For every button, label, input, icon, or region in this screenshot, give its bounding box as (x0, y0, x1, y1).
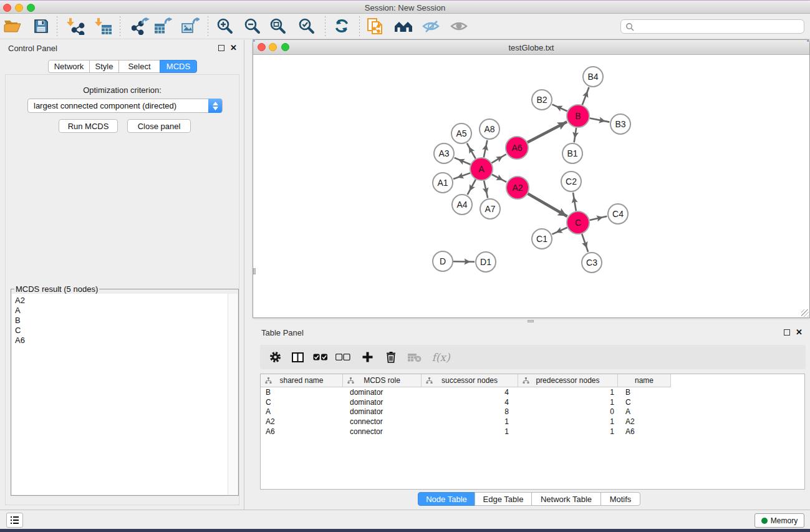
table-panel-window-icons: ✕ (784, 329, 803, 336)
table-row[interactable]: Cdominator41C (261, 397, 804, 407)
select-all-columns-icon[interactable] (312, 345, 329, 369)
cell-MCDS-role[interactable]: connector (343, 417, 422, 426)
cell-name[interactable]: B (618, 388, 671, 397)
import-table-icon[interactable] (94, 17, 113, 36)
column-header-predecessor-nodes[interactable]: predecessor nodes (518, 374, 618, 387)
export-image-icon[interactable] (180, 17, 200, 36)
cell-shared-name[interactable]: A2 (261, 417, 343, 426)
close-panel-button[interactable]: Close panel (127, 119, 191, 133)
task-history-button[interactable] (6, 513, 23, 528)
cell-MCDS-role[interactable]: dominator (343, 407, 422, 416)
cell-shared-name[interactable]: A6 (261, 427, 343, 436)
close-table-panel-icon[interactable]: ✕ (796, 329, 803, 336)
function-builder-icon[interactable]: f(x) (430, 345, 452, 369)
float-table-panel-icon[interactable] (784, 329, 790, 336)
table-row[interactable]: A6connector11A6 (261, 427, 804, 437)
table-row[interactable]: Bdominator41B (261, 387, 804, 397)
close-panel-icon[interactable]: ✕ (230, 45, 237, 51)
mcds-result-item[interactable]: C (15, 326, 228, 336)
cell-predecessor-nodes[interactable]: 0 (518, 407, 618, 416)
tab-style[interactable]: Style (89, 60, 119, 73)
copy-network-icon[interactable] (365, 17, 385, 36)
show-all-icon[interactable] (449, 17, 469, 36)
open-session-icon[interactable] (2, 17, 22, 36)
cell-successor-nodes[interactable]: 4 (422, 398, 518, 407)
first-neighbors-icon[interactable] (393, 17, 413, 36)
mcds-result-item[interactable]: A (15, 306, 228, 316)
column-header-successor-nodes[interactable]: successor nodes (422, 374, 518, 387)
column-header-MCDS-role[interactable]: MCDS role (343, 374, 422, 387)
export-table-icon[interactable] (153, 17, 173, 36)
table-body: Bdominator41BCdominator41CAdominator80AA… (261, 387, 804, 436)
split-handle-horizontal[interactable] (528, 320, 534, 322)
cell-predecessor-nodes[interactable]: 1 (518, 388, 618, 397)
graph-node-label: A2 (512, 183, 523, 193)
mcds-result-item[interactable]: A6 (15, 336, 228, 346)
cell-MCDS-role[interactable]: connector (343, 427, 422, 436)
cell-name[interactable]: A2 (618, 417, 671, 426)
refresh-icon[interactable] (332, 17, 352, 36)
tab-motifs[interactable]: Motifs (600, 492, 640, 506)
export-network-icon[interactable] (131, 17, 151, 36)
network-graph[interactable]: AA1A2A3A4A5A6A7A8BB1B2B3B4CC1C2C3C4DD1 (253, 56, 809, 317)
save-session-icon[interactable] (31, 17, 51, 36)
create-column-icon[interactable] (359, 345, 376, 369)
network-window-titlebar[interactable]: testGlobe.txt (253, 40, 809, 55)
zoom-fit-icon[interactable] (268, 17, 288, 36)
split-handle-vertical[interactable] (253, 268, 256, 274)
search-input[interactable] (620, 19, 804, 34)
network-canvas[interactable]: AA1A2A3A4A5A6A7A8BB1B2B3B4CC1C2C3C4DD1 (253, 56, 809, 317)
cell-successor-nodes[interactable]: 1 (422, 427, 518, 436)
delete-table-icon[interactable] (406, 345, 423, 369)
cell-name[interactable]: C (618, 398, 671, 407)
zoom-out-icon[interactable] (243, 17, 263, 36)
cell-name[interactable]: A6 (618, 427, 671, 436)
memory-button[interactable]: Memory (755, 513, 804, 528)
cell-successor-nodes[interactable]: 8 (422, 407, 518, 416)
table-row[interactable]: Adominator80A (261, 407, 804, 417)
cell-MCDS-role[interactable]: dominator (343, 388, 422, 397)
hide-selected-icon[interactable] (421, 17, 441, 36)
cell-MCDS-role[interactable]: dominator (343, 398, 422, 407)
cell-predecessor-nodes[interactable]: 1 (518, 417, 618, 426)
tab-select[interactable]: Select (118, 60, 160, 73)
delete-column-icon[interactable] (382, 345, 400, 369)
cell-predecessor-nodes[interactable]: 1 (518, 398, 618, 407)
table-toolbar: f(x) (260, 345, 806, 369)
zoom-in-icon[interactable] (215, 17, 235, 36)
table-header-row: shared nameMCDS rolesuccessor nodesprede… (261, 374, 804, 387)
run-mcds-button[interactable]: Run MCDS (59, 119, 118, 133)
cell-shared-name[interactable]: A (261, 407, 343, 416)
tab-node-table[interactable]: Node Table (418, 492, 475, 506)
cell-name[interactable]: A (618, 407, 671, 416)
tab-network-table[interactable]: Network Table (531, 492, 601, 506)
cell-predecessor-nodes[interactable]: 1 (518, 427, 618, 436)
table-row[interactable]: A2connector11A2 (261, 417, 804, 427)
cell-successor-nodes[interactable]: 4 (422, 388, 518, 397)
float-panel-icon[interactable] (218, 45, 224, 51)
column-header-name[interactable]: name (618, 374, 671, 387)
zoom-selected-icon[interactable] (297, 17, 317, 36)
cell-successor-nodes[interactable]: 1 (422, 417, 518, 426)
column-header-shared-name[interactable]: shared name (261, 374, 343, 387)
criterion-dropdown[interactable]: largest connected component (directed) (27, 99, 223, 113)
unselect-all-columns-icon[interactable] (335, 345, 351, 369)
toolbar-separator (325, 16, 325, 37)
mcds-result-item[interactable]: A2 (15, 296, 228, 306)
mcds-result-list[interactable]: A2ABCA6 (12, 294, 228, 495)
column-header-label: MCDS role (364, 376, 400, 385)
cell-shared-name[interactable]: C (261, 398, 343, 407)
graph-node-label: B3 (615, 119, 625, 129)
show-column-icon[interactable] (289, 345, 306, 369)
cell-shared-name[interactable]: B (261, 388, 343, 397)
resize-grip-icon[interactable] (801, 309, 809, 317)
main-titlebar: Session: New Session (0, 1, 810, 14)
tab-network[interactable]: Network (48, 60, 90, 73)
import-network-icon[interactable] (65, 17, 85, 36)
graph-edge-B-B3[interactable] (590, 118, 610, 122)
table-settings-icon[interactable] (266, 345, 284, 369)
tab-mcds[interactable]: MCDS (160, 60, 197, 73)
tab-edge-table[interactable]: Edge Table (475, 492, 532, 506)
mcds-result-scrollbar[interactable] (228, 294, 238, 495)
mcds-result-item[interactable]: B (15, 316, 228, 326)
